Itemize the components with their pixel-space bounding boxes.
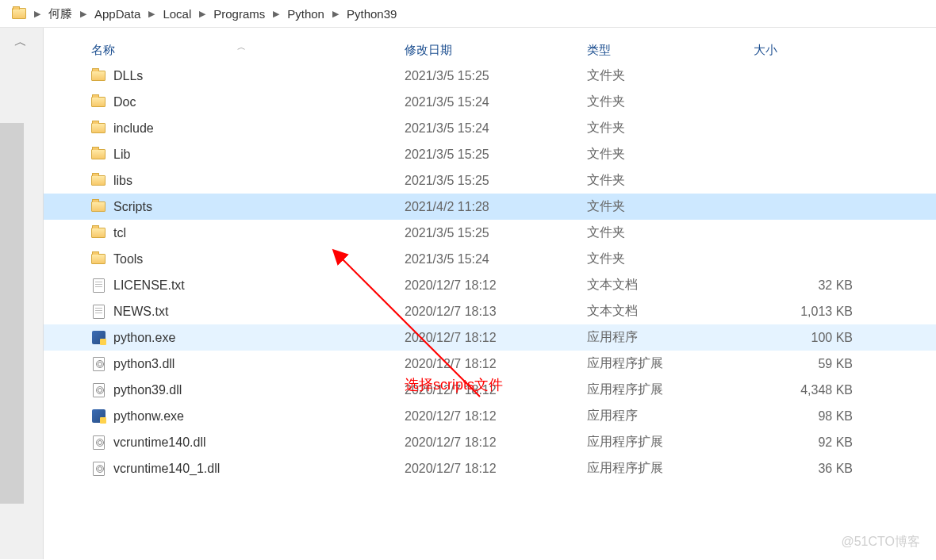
file-name: Doc — [113, 95, 136, 109]
file-type: 文本文档 — [587, 277, 754, 293]
file-type: 应用程序扩展 — [587, 382, 754, 398]
chevron-right-icon[interactable]: ▶ — [29, 9, 45, 19]
folder-icon — [91, 148, 105, 162]
folder-icon — [91, 226, 105, 240]
file-row[interactable]: vcruntime140_1.dll2020/12/7 18:12应用程序扩展3… — [44, 455, 936, 481]
file-type: 文件夹 — [587, 172, 754, 189]
file-type: 文本文档 — [587, 303, 754, 320]
breadcrumb-appdata[interactable]: AppData — [91, 0, 144, 27]
folder-icon — [91, 121, 105, 136]
file-name: python3.dll — [113, 357, 175, 371]
folder-icon — [91, 95, 105, 109]
file-name: tcl — [113, 226, 126, 240]
file-name: python.exe — [113, 331, 175, 345]
scroll-gutter[interactable]: ︿ — [0, 28, 44, 559]
header-name[interactable]: 名称 ︿ — [44, 43, 405, 58]
file-name: Lib — [113, 148, 130, 162]
exe-icon — [91, 331, 105, 345]
address-bar[interactable]: ▶ 何滕▶AppData▶Local▶Programs▶Python▶Pytho… — [0, 0, 936, 28]
dll-icon — [91, 435, 105, 450]
file-pane: 名称 ︿ 修改日期 类型 大小 DLLs2021/3/5 15:25文件夹Doc… — [44, 28, 936, 559]
file-row[interactable]: NEWS.txt2020/12/7 18:13文本文档1,013 KB — [44, 298, 936, 324]
chevron-right-icon[interactable]: ▶ — [268, 9, 284, 19]
file-type: 文件夹 — [587, 67, 754, 84]
dll-icon — [91, 357, 105, 371]
file-type: 应用程序 — [587, 408, 754, 424]
file-type: 文件夹 — [587, 251, 754, 267]
file-name: include — [113, 121, 154, 136]
file-name: LICENSE.txt — [113, 278, 185, 293]
txt-icon — [91, 278, 105, 293]
file-row[interactable]: Doc2021/3/5 15:24文件夹 — [44, 89, 936, 115]
file-date: 2020/12/7 18:12 — [405, 357, 587, 371]
file-size: 36 KB — [754, 462, 853, 476]
file-row[interactable]: python39.dll2020/12/7 18:12应用程序扩展4,348 K… — [44, 377, 936, 403]
column-headers: 名称 ︿ 修改日期 类型 大小 — [44, 37, 936, 63]
file-size: 59 KB — [754, 357, 853, 371]
file-date: 2021/3/5 15:25 — [405, 174, 587, 188]
file-row[interactable]: DLLs2021/3/5 15:25文件夹 — [44, 63, 936, 89]
file-name: Scripts — [113, 200, 152, 214]
file-type: 应用程序扩展 — [587, 355, 754, 372]
file-size: 100 KB — [754, 331, 853, 345]
sort-indicator-icon: ︿ — [237, 41, 246, 53]
header-name-label: 名称 — [91, 43, 115, 56]
file-size: 4,348 KB — [754, 383, 853, 397]
chevron-right-icon[interactable]: ▶ — [328, 9, 343, 19]
file-name: python39.dll — [113, 383, 182, 397]
chevron-right-icon[interactable]: ▶ — [75, 9, 91, 19]
folder-icon — [91, 252, 105, 267]
folder-icon — [12, 8, 26, 19]
folder-icon — [91, 69, 105, 83]
file-row[interactable]: Tools2021/3/5 15:24文件夹 — [44, 246, 936, 272]
file-size: 1,013 KB — [754, 305, 853, 319]
file-type: 应用程序扩展 — [587, 460, 754, 477]
watermark: @51CTO博客 — [841, 534, 920, 550]
breadcrumb-programs[interactable]: Programs — [210, 0, 268, 27]
dll-icon — [91, 462, 105, 476]
file-date: 2020/12/7 18:12 — [405, 409, 587, 424]
file-row[interactable]: python3.dll2020/12/7 18:12应用程序扩展59 KB — [44, 351, 936, 377]
file-type: 应用程序 — [587, 329, 754, 346]
file-type: 文件夹 — [587, 94, 754, 110]
file-row[interactable]: Scripts2021/4/2 11:28文件夹 — [44, 194, 936, 220]
header-type[interactable]: 类型 — [587, 43, 754, 58]
file-name: libs — [113, 174, 132, 188]
file-row[interactable]: tcl2021/3/5 15:25文件夹 — [44, 220, 936, 246]
file-date: 2020/12/7 18:13 — [405, 305, 587, 319]
file-date: 2020/12/7 18:12 — [405, 435, 587, 450]
file-row[interactable]: vcruntime140.dll2020/12/7 18:12应用程序扩展92 … — [44, 429, 936, 455]
breadcrumb-python[interactable]: Python — [284, 0, 328, 27]
chevron-right-icon[interactable]: ▶ — [194, 9, 210, 19]
file-size: 32 KB — [754, 278, 853, 293]
file-row[interactable]: LICENSE.txt2020/12/7 18:12文本文档32 KB — [44, 272, 936, 298]
header-date[interactable]: 修改日期 — [405, 43, 587, 58]
file-date: 2020/12/7 18:12 — [405, 331, 587, 345]
folder-icon — [91, 174, 105, 188]
file-name: vcruntime140_1.dll — [113, 462, 220, 476]
breadcrumb-何滕[interactable]: 何滕 — [45, 0, 75, 27]
chevron-right-icon[interactable]: ▶ — [144, 9, 159, 19]
breadcrumb-python39[interactable]: Python39 — [343, 0, 400, 27]
file-type: 应用程序扩展 — [587, 434, 754, 451]
breadcrumb-local[interactable]: Local — [159, 0, 194, 27]
file-date: 2020/12/7 18:12 — [405, 278, 587, 293]
file-type: 文件夹 — [587, 198, 754, 215]
file-row[interactable]: python.exe2020/12/7 18:12应用程序100 KB — [44, 324, 936, 351]
file-date: 2021/3/5 15:25 — [405, 226, 587, 240]
header-size[interactable]: 大小 — [754, 43, 865, 58]
file-type: 文件夹 — [587, 224, 754, 241]
file-name: Tools — [113, 252, 143, 267]
file-name: NEWS.txt — [113, 305, 168, 319]
file-date: 2020/12/7 18:12 — [405, 383, 587, 397]
scroll-up-icon[interactable]: ︿ — [14, 34, 27, 51]
file-name: DLLs — [113, 69, 143, 83]
file-date: 2021/3/5 15:25 — [405, 148, 587, 162]
exe-icon — [91, 409, 105, 424]
dll-icon — [91, 383, 105, 397]
file-row[interactable]: include2021/3/5 15:24文件夹 — [44, 115, 936, 141]
file-row[interactable]: libs2021/3/5 15:25文件夹 — [44, 167, 936, 194]
file-row[interactable]: pythonw.exe2020/12/7 18:12应用程序98 KB — [44, 403, 936, 429]
file-row[interactable]: Lib2021/3/5 15:25文件夹 — [44, 141, 936, 167]
folder-icon — [91, 200, 105, 214]
